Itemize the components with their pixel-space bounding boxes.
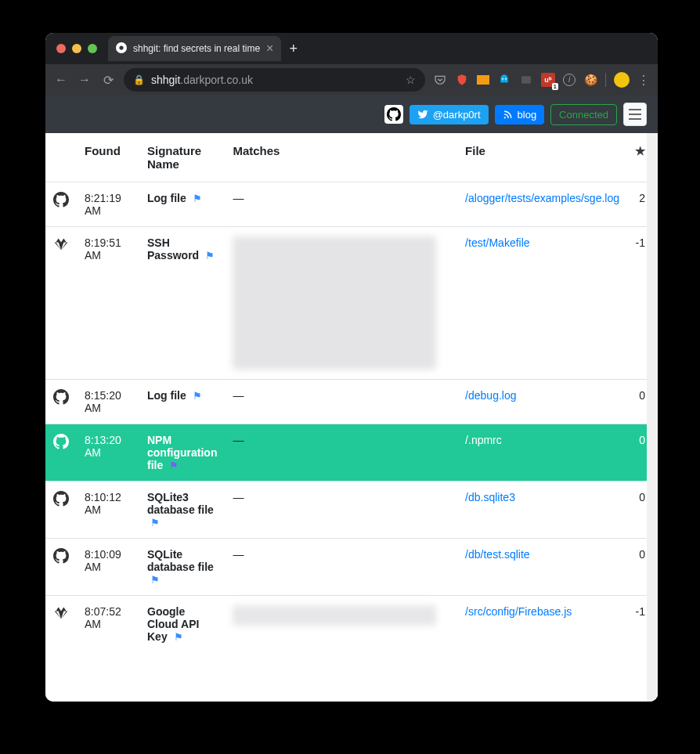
- match-value: —: [233, 192, 244, 204]
- gitlab-icon: [53, 611, 69, 623]
- table-row[interactable]: 8:19:51 AMSSH Password ⚑/test/Makefile-1: [45, 227, 658, 380]
- signature-name: SQLite3 database file: [147, 491, 214, 516]
- table-row[interactable]: 8:21:19 AMLog file ⚑—/alogger/tests/exam…: [45, 182, 658, 227]
- star-count: 0: [639, 434, 645, 446]
- url-text: shhgit.darkport.co.uk: [151, 74, 253, 86]
- scrollbar[interactable]: [647, 133, 658, 702]
- app-header: @darkp0rt blog Connected: [45, 96, 658, 133]
- match-value: —: [233, 434, 244, 446]
- dark-extension-icon[interactable]: [519, 73, 533, 87]
- match-redacted: [233, 236, 436, 370]
- match-value: —: [233, 491, 244, 503]
- blog-link[interactable]: blog: [495, 105, 545, 124]
- shield-extension-icon[interactable]: [455, 73, 469, 87]
- svg-rect-4: [521, 76, 531, 83]
- signature-name: NPM configuration file: [147, 434, 217, 471]
- tab-title: shhgit: find secrets in real time: [133, 43, 260, 54]
- mail-extension-icon[interactable]: [477, 75, 489, 85]
- file-link[interactable]: /src/config/Firebase.js: [465, 605, 572, 618]
- github-icon: [53, 395, 69, 407]
- star-count: 0: [639, 389, 645, 402]
- bookmark-star-icon[interactable]: ☆: [406, 74, 416, 86]
- table-row[interactable]: 8:07:52 AMGoogle Cloud API Key ⚑/src/con…: [45, 596, 658, 653]
- forward-button[interactable]: →: [77, 73, 92, 87]
- gitlab-icon: [53, 242, 69, 254]
- found-time: 8:19:51 AM: [85, 236, 121, 262]
- table-row[interactable]: 8:10:12 AMSQLite3 database file ⚑—/db.sq…: [45, 482, 658, 539]
- new-tab-button[interactable]: +: [289, 41, 298, 57]
- found-time: 8:15:20 AM: [85, 389, 121, 414]
- signature-name: SQLite database file: [147, 548, 214, 573]
- window-maximize-button[interactable]: [88, 44, 97, 53]
- svg-point-5: [503, 117, 505, 118]
- svg-point-2: [502, 78, 503, 80]
- file-link[interactable]: /test/Makefile: [465, 236, 529, 249]
- file-link[interactable]: /db/test.sqlite: [465, 548, 530, 561]
- twitter-link[interactable]: @darkp0rt: [410, 105, 489, 124]
- info-extension-icon[interactable]: i: [563, 74, 576, 86]
- flag-icon[interactable]: ⚑: [169, 460, 179, 471]
- star-count: -1: [636, 236, 645, 249]
- star-count: -1: [636, 605, 645, 618]
- found-time: 8:07:52 AM: [85, 605, 121, 630]
- star-icon: ★: [635, 144, 645, 157]
- tab-favicon: [116, 42, 127, 56]
- svg-point-3: [505, 78, 507, 80]
- connection-status: Connected: [550, 104, 617, 125]
- pocket-extension-icon[interactable]: [433, 73, 447, 87]
- found-time: 8:21:19 AM: [85, 192, 121, 217]
- file-link[interactable]: /db.sqlite3: [465, 491, 515, 503]
- found-time: 8:10:12 AM: [85, 491, 121, 516]
- file-link[interactable]: /.npmrc: [465, 434, 502, 446]
- flag-icon[interactable]: ⚑: [193, 193, 202, 204]
- found-time: 8:13:20 AM: [85, 434, 121, 459]
- tab-close-button[interactable]: ×: [266, 42, 273, 55]
- flag-icon[interactable]: ⚑: [150, 517, 160, 529]
- table-row[interactable]: 8:13:20 AMNPM configuration file ⚑—/.npm…: [45, 424, 658, 482]
- github-icon: [53, 439, 69, 452]
- file-link[interactable]: /alogger/tests/examples/sge.log: [465, 192, 619, 204]
- browser-window: shhgit: find secrets in real time × + ← …: [45, 33, 658, 702]
- match-redacted: [233, 605, 436, 626]
- avatar-extension-icon[interactable]: [614, 72, 630, 88]
- extensions: uᵇ1 i 🍪 ⋮: [433, 72, 650, 88]
- flag-icon[interactable]: ⚑: [150, 574, 160, 586]
- reload-button[interactable]: ⟳: [100, 73, 116, 88]
- ghostery-extension-icon[interactable]: [497, 73, 511, 87]
- star-count: 0: [639, 548, 645, 561]
- github-icon: [53, 197, 69, 210]
- blog-label: blog: [518, 109, 537, 121]
- col-signature[interactable]: Signature Name: [139, 133, 225, 182]
- svg-point-1: [119, 45, 123, 49]
- browser-tab[interactable]: shhgit: find secrets in real time ×: [108, 36, 281, 61]
- content-area: Found Signature Name Matches File ★ 8:21…: [45, 133, 658, 702]
- flag-icon[interactable]: ⚑: [193, 390, 202, 402]
- signature-name: Log file: [147, 192, 186, 204]
- star-count: 0: [639, 491, 645, 503]
- extension-divider: [605, 73, 606, 87]
- file-link[interactable]: /debug.log: [465, 389, 516, 402]
- github-icon: [53, 496, 69, 509]
- col-matches[interactable]: Matches: [225, 133, 457, 182]
- found-time: 8:10:09 AM: [85, 548, 121, 573]
- col-file[interactable]: File: [457, 133, 627, 182]
- table-row[interactable]: 8:10:09 AMSQLite database file ⚑—/db/tes…: [45, 539, 658, 596]
- col-found[interactable]: Found: [77, 133, 139, 182]
- browser-menu-button[interactable]: ⋮: [637, 73, 650, 88]
- signature-name: Log file: [147, 389, 186, 402]
- window-minimize-button[interactable]: [72, 44, 81, 53]
- flag-icon[interactable]: ⚑: [174, 631, 183, 643]
- table-row[interactable]: 8:15:20 AMLog file ⚑—/debug.log0: [45, 380, 658, 424]
- window-close-button[interactable]: [56, 44, 66, 53]
- menu-button[interactable]: [623, 103, 647, 126]
- back-button[interactable]: ←: [53, 73, 69, 87]
- match-value: —: [233, 548, 244, 561]
- url-bar[interactable]: 🔒 shhgit.darkport.co.uk ☆: [124, 68, 425, 92]
- ublock-extension-icon[interactable]: uᵇ1: [541, 73, 555, 87]
- cookie-extension-icon[interactable]: 🍪: [583, 73, 597, 87]
- results-table: Found Signature Name Matches File ★ 8:21…: [45, 133, 658, 652]
- github-link[interactable]: [384, 105, 403, 124]
- browser-toolbar: ← → ⟳ 🔒 shhgit.darkport.co.uk ☆ uᵇ1 i 🍪: [45, 64, 658, 96]
- flag-icon[interactable]: ⚑: [205, 250, 215, 262]
- twitter-handle: @darkp0rt: [433, 109, 481, 121]
